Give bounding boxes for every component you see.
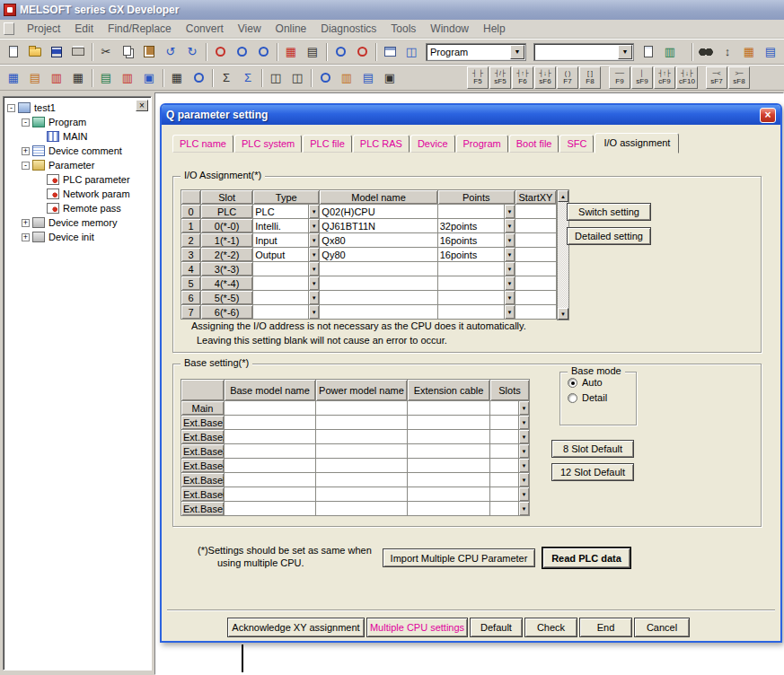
switch-setting-button[interactable]: Switch setting — [567, 203, 651, 221]
save-project-button[interactable] — [46, 41, 67, 62]
startxy-cell[interactable] — [515, 262, 556, 276]
device-comment-button[interactable]: ▤ — [24, 67, 46, 88]
expand-icon[interactable]: + — [22, 147, 30, 155]
read-plc-data-button[interactable]: Read PLC data — [542, 548, 630, 568]
chevron-down-icon[interactable]: ▼ — [504, 248, 515, 261]
sum-clear-button[interactable]: Σ — [237, 67, 259, 88]
collapse-icon[interactable]: - — [7, 104, 15, 112]
tree-item-device-init[interactable]: + Device init — [4, 230, 151, 244]
type-cell[interactable]: ▼ — [253, 291, 320, 305]
tab-plc-name[interactable]: PLC name — [172, 135, 233, 153]
monitor-start-button[interactable]: ▦ — [166, 67, 188, 88]
sum-check-button[interactable]: Σ — [216, 67, 237, 88]
chevron-down-icon[interactable]: ▼ — [308, 305, 319, 319]
startxy-cell[interactable] — [515, 248, 556, 262]
tree-item-remote-pass[interactable]: Remote pass — [4, 201, 151, 215]
startxy-cell[interactable] — [515, 233, 556, 248]
power-model-cell[interactable] — [316, 416, 408, 430]
slots-cell[interactable]: ▼ — [490, 487, 530, 502]
chevron-down-icon[interactable]: ▼ — [518, 444, 529, 458]
entry-monitor-button[interactable]: ▣ — [379, 67, 401, 88]
type-cell[interactable]: ▼ — [253, 276, 320, 291]
ext-cable-cell[interactable] — [408, 459, 490, 473]
slots-cell[interactable]: ▼ — [490, 430, 530, 444]
menu-view[interactable]: View — [231, 21, 269, 37]
project-data-list-button[interactable] — [638, 41, 659, 62]
multiple-cpu-settings-button[interactable]: Multiple CPU settings — [366, 618, 468, 637]
points-cell[interactable]: 32points▼ — [437, 219, 515, 233]
fkey-sf6-button[interactable]: ┤↓├sF6 — [534, 66, 556, 89]
monitor-write-button[interactable] — [351, 41, 373, 62]
chevron-down-icon[interactable]: ▼ — [518, 502, 529, 515]
points-cell[interactable]: ▼ — [437, 305, 515, 320]
tab-plc-ras[interactable]: PLC RAS — [353, 135, 410, 153]
points-cell[interactable]: ▼ — [437, 291, 515, 305]
type-cell[interactable]: Input▼ — [253, 233, 320, 248]
test-mode-button[interactable]: ▥ — [336, 67, 357, 88]
menu-edit[interactable]: Edit — [67, 21, 101, 37]
ext-cable-cell[interactable] — [408, 430, 490, 444]
points-cell[interactable]: 16points▼ — [437, 248, 515, 262]
chevron-down-icon[interactable]: ▼ — [518, 416, 529, 429]
tree-item-plc-parameter[interactable]: PLC parameter — [4, 172, 151, 187]
ext-cable-cell[interactable] — [408, 401, 490, 416]
points-cell[interactable]: ▼ — [437, 262, 515, 276]
base-model-cell[interactable] — [225, 459, 316, 473]
power-model-cell[interactable] — [316, 487, 408, 502]
find-string-button[interactable] — [252, 41, 274, 62]
type-cell[interactable]: ▼ — [253, 262, 320, 276]
points-cell[interactable]: ▼ — [437, 276, 515, 291]
startxy-cell[interactable] — [515, 219, 556, 233]
tab-plc-file[interactable]: PLC file — [303, 135, 352, 153]
chevron-down-icon[interactable]: ▼ — [308, 262, 319, 276]
fkey-f9-button[interactable]: ──F9 — [609, 66, 630, 89]
new-project-button[interactable] — [3, 41, 24, 62]
points-cell[interactable]: ▼ — [437, 205, 515, 219]
menu-help[interactable]: Help — [476, 21, 513, 37]
ext-cable-cell[interactable] — [408, 502, 490, 516]
points-cell[interactable]: 16points▼ — [437, 233, 515, 248]
chevron-down-icon[interactable]: ▼ — [518, 459, 529, 472]
slots-cell[interactable]: ▼ — [490, 502, 530, 516]
device-batch-button[interactable]: ▤ — [357, 67, 379, 88]
fkey-f7-button[interactable]: ( )F7 — [557, 66, 578, 89]
chevron-down-icon[interactable]: ▼ — [518, 487, 529, 501]
model-cell[interactable]: Qx80 — [320, 233, 437, 248]
chevron-down-icon[interactable]: ▼ — [518, 430, 529, 443]
tab-program[interactable]: Program — [456, 135, 508, 153]
end-button[interactable]: End — [579, 618, 632, 637]
base-mode-detail-option[interactable]: Detail — [568, 392, 636, 403]
chevron-down-icon[interactable]: ▼ — [518, 401, 529, 415]
ext-cable-cell[interactable] — [408, 487, 490, 502]
print-button[interactable] — [67, 41, 89, 62]
collapse-icon[interactable]: - — [22, 162, 30, 170]
menu-diagnostics[interactable]: Diagnostics — [313, 21, 383, 37]
slot8-default-button[interactable]: 8 Slot Default — [551, 440, 634, 458]
fkey-sf5-button[interactable]: ┤/├sF5 — [489, 66, 511, 89]
tree-item-program[interactable]: - Program — [4, 115, 151, 129]
cascade-windows-button[interactable]: ◫ — [401, 41, 422, 62]
device-list-button[interactable]: ▤ — [760, 41, 781, 62]
chevron-down-icon[interactable]: ▼ — [308, 291, 319, 304]
power-model-cell[interactable] — [316, 502, 408, 516]
statement-button[interactable]: ▥ — [46, 67, 67, 88]
tab-sfc[interactable]: SFC — [559, 135, 594, 153]
tab-io-assignment[interactable]: I/O assignment — [595, 133, 679, 153]
fkey-sf7-button[interactable]: ─<sF7 — [706, 66, 727, 89]
base-model-cell[interactable] — [225, 473, 316, 487]
frame-button[interactable]: ◫ — [265, 67, 286, 88]
base-model-cell[interactable] — [225, 487, 316, 502]
model-cell[interactable] — [320, 276, 437, 291]
find-button[interactable] — [695, 41, 717, 62]
verify-with-plc-button[interactable]: ▣ — [138, 67, 160, 88]
note-button[interactable]: ▦ — [67, 67, 89, 88]
menu-convert[interactable]: Convert — [179, 21, 231, 37]
chevron-down-icon[interactable]: ▼ — [504, 205, 515, 218]
undo-button[interactable]: ↺ — [160, 41, 181, 62]
fkey-sf9-button[interactable]: │sF9 — [631, 66, 653, 89]
model-cell[interactable]: QJ61BT11N — [320, 219, 437, 233]
startxy-cell[interactable] — [515, 305, 556, 320]
menu-window[interactable]: Window — [423, 21, 476, 37]
model-cell[interactable] — [320, 262, 437, 276]
radio-checked-icon[interactable] — [568, 378, 577, 388]
